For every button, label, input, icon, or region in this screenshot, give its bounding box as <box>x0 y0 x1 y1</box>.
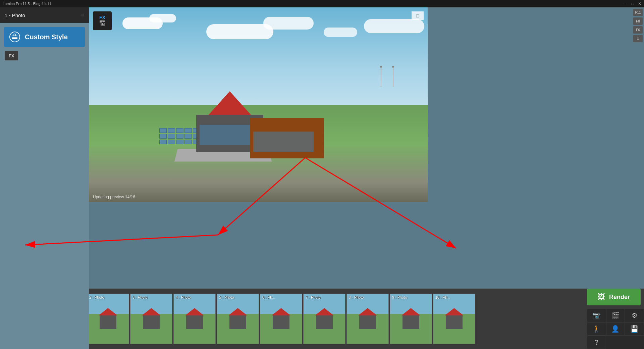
thumb-roof <box>99 308 117 315</box>
solar-panel <box>159 134 167 139</box>
f6-key[interactable]: F6 <box>633 26 643 34</box>
titlebar-controls[interactable]: — □ ✕ <box>624 1 641 6</box>
thumb-label: 9 - Photo <box>392 295 407 299</box>
svg-rect-1 <box>12 37 17 38</box>
thumb-building <box>316 315 333 329</box>
solar-panel <box>168 140 175 144</box>
turbine-mast <box>393 67 393 87</box>
thumb-label: 4 - Photo <box>176 295 191 299</box>
thumb-label: 6 - Ph... <box>262 295 275 299</box>
viewport-fx-button[interactable]: FX 🏗 <box>93 11 112 30</box>
f11-key[interactable]: F11 <box>633 9 643 16</box>
person-icon-btn[interactable]: 🚶 <box>587 322 606 336</box>
thumb-roof <box>358 308 377 315</box>
render-label: Render <box>609 294 630 301</box>
photo-tab-label: 1 - Photo <box>5 12 25 18</box>
viewport-fx-icon: 🏗 <box>99 20 105 27</box>
thumb-building <box>143 315 160 329</box>
thumbnail-4[interactable]: 4 - Photo <box>173 294 216 344</box>
render-button[interactable]: 🖼 Render <box>587 289 641 305</box>
solar-panel <box>159 128 167 133</box>
thumbnail-9[interactable]: 9 - Photo <box>390 294 432 344</box>
u-key[interactable]: U <box>633 35 643 42</box>
thumb-scene <box>347 294 388 344</box>
thumb-label: 2 - Photo <box>89 295 104 299</box>
thumb-scene <box>130 294 172 344</box>
thumbnail-2[interactable]: 2 - Photo <box>87 294 129 344</box>
turbine-mast <box>381 67 381 87</box>
thumbnail-10[interactable]: 10 - Ph... <box>433 294 475 344</box>
solar-panel <box>184 140 192 144</box>
f8-key[interactable]: F8 <box>633 17 643 25</box>
thumb-label: 10 - Ph... <box>435 295 450 299</box>
cloud <box>149 14 176 22</box>
turbine <box>392 66 394 87</box>
buildings <box>156 68 357 168</box>
solar-panel <box>176 134 183 139</box>
house-roof <box>200 91 260 118</box>
maximize-button[interactable]: □ <box>632 1 634 6</box>
solar-panel <box>159 140 167 144</box>
thumbnail-3[interactable]: 3 - Photo <box>130 294 172 344</box>
thumb-label: 8 - Photo <box>349 295 364 299</box>
thumb-scene <box>304 294 345 344</box>
thumb-roof <box>185 308 204 315</box>
thumb-building <box>446 315 463 329</box>
thumbnail-5[interactable]: 5 - Photo <box>217 294 259 344</box>
thumb-roof <box>142 308 161 315</box>
thumb-scene <box>217 294 259 344</box>
bottom-right-panel: 📷 🎬 ⚙ 🚶 👤 💾 ? <box>587 309 644 349</box>
custom-style-button[interactable]: Custom Style <box>4 27 85 47</box>
menu-icon[interactable]: ≡ <box>81 12 84 18</box>
solar-panel <box>184 134 192 139</box>
thumb-building <box>186 315 203 329</box>
custom-style-icon <box>9 32 20 42</box>
thumb-roof <box>401 308 420 315</box>
custom-style-label: Custom Style <box>25 33 68 41</box>
svg-rect-2 <box>12 38 17 39</box>
titlebar-title: Lumion Pro 11.5 - Blog 4.ls11 <box>3 2 51 6</box>
cloud <box>364 19 424 33</box>
topright-icon: □ <box>416 13 419 18</box>
titlebar: Lumion Pro 11.5 - Blog 4.ls11 — □ ✕ <box>0 0 644 7</box>
thumbnail-6[interactable]: 6 - Ph... <box>260 294 302 344</box>
viewport-fx-text: FX <box>99 15 105 20</box>
thumbnail-7[interactable]: 7 - Photo <box>303 294 345 344</box>
thumb-scene <box>87 294 129 344</box>
viewport-topright-button[interactable]: □ <box>412 11 424 20</box>
thumb-building <box>359 315 376 329</box>
extension-building <box>250 118 324 158</box>
fx-label: FX <box>9 53 14 58</box>
minimize-button[interactable]: — <box>624 1 628 6</box>
right-side-buttons: F11 F8 F6 U <box>632 7 644 44</box>
film-icon-btn[interactable]: 🎬 <box>606 309 625 322</box>
cloud <box>324 28 357 37</box>
fx-button[interactable]: FX <box>5 51 18 60</box>
filmstrip-area: 📷 🗑 1 - Photo 1 1 - Photo 2 - Photo <box>0 289 644 349</box>
settings-icon-btn[interactable]: ⚙ <box>625 309 644 322</box>
save-icon-btn[interactable]: 💾 <box>625 322 644 336</box>
photo-tab[interactable]: 1 - Photo ≡ <box>0 7 89 23</box>
camera-icon-btn[interactable]: 📷 <box>587 309 606 322</box>
solar-panel <box>184 128 192 133</box>
thumb-building <box>100 315 116 329</box>
thumb-roof <box>272 308 290 315</box>
solar-panel <box>168 128 175 133</box>
thumb-building <box>402 315 419 329</box>
turbine <box>380 66 382 87</box>
turbines <box>380 66 394 87</box>
thumb-building <box>229 315 246 329</box>
thumb-roof <box>445 308 464 315</box>
user-icon-btn[interactable]: 👤 <box>606 322 625 336</box>
render-icon: 🖼 <box>598 293 605 301</box>
thumb-scene <box>390 294 432 344</box>
help-icon-btn[interactable]: ? <box>587 336 606 349</box>
status-text: Updating preview 14/16 <box>93 195 135 199</box>
thumbnail-8[interactable]: 8 - Photo <box>346 294 389 344</box>
close-button[interactable]: ✕ <box>638 1 641 6</box>
thumb-building <box>273 315 289 329</box>
thumb-scene <box>174 294 215 344</box>
thumb-label: 5 - Photo <box>219 295 234 299</box>
cloud <box>206 24 273 39</box>
thumb-label: 7 - Photo <box>306 295 321 299</box>
